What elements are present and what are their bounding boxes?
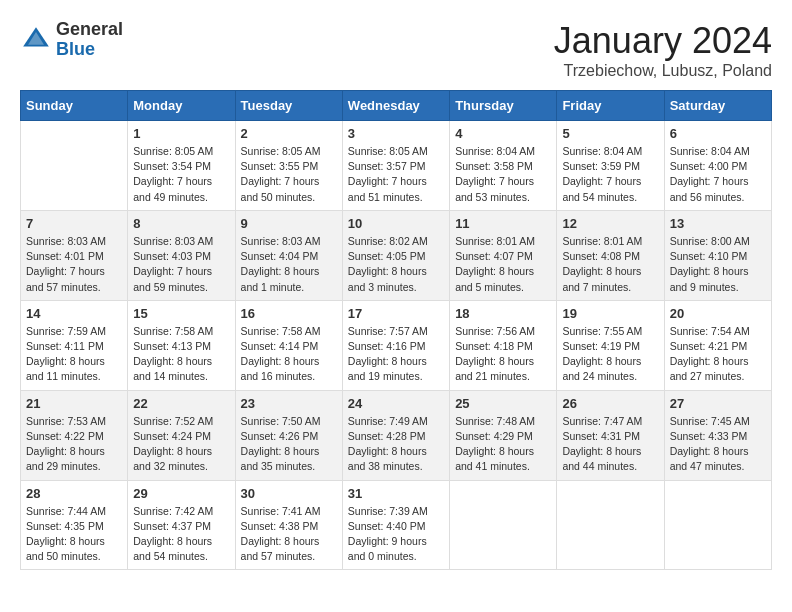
- calendar-cell: 18Sunrise: 7:56 AMSunset: 4:18 PMDayligh…: [450, 300, 557, 390]
- calendar-week-row: 21Sunrise: 7:53 AMSunset: 4:22 PMDayligh…: [21, 390, 772, 480]
- day-number: 29: [133, 486, 229, 501]
- day-number: 2: [241, 126, 337, 141]
- calendar-cell: 12Sunrise: 8:01 AMSunset: 4:08 PMDayligh…: [557, 210, 664, 300]
- calendar-cell: 27Sunrise: 7:45 AMSunset: 4:33 PMDayligh…: [664, 390, 771, 480]
- day-info: Sunrise: 8:05 AMSunset: 3:57 PMDaylight:…: [348, 144, 444, 205]
- calendar-cell: 21Sunrise: 7:53 AMSunset: 4:22 PMDayligh…: [21, 390, 128, 480]
- logo-general-text: General: [56, 20, 123, 40]
- day-info: Sunrise: 7:47 AMSunset: 4:31 PMDaylight:…: [562, 414, 658, 475]
- day-info: Sunrise: 7:45 AMSunset: 4:33 PMDaylight:…: [670, 414, 766, 475]
- calendar-table: SundayMondayTuesdayWednesdayThursdayFrid…: [20, 90, 772, 570]
- day-number: 22: [133, 396, 229, 411]
- day-info: Sunrise: 7:39 AMSunset: 4:40 PMDaylight:…: [348, 504, 444, 565]
- day-info: Sunrise: 7:57 AMSunset: 4:16 PMDaylight:…: [348, 324, 444, 385]
- day-info: Sunrise: 7:44 AMSunset: 4:35 PMDaylight:…: [26, 504, 122, 565]
- logo-icon: [20, 24, 52, 56]
- day-number: 6: [670, 126, 766, 141]
- day-info: Sunrise: 7:48 AMSunset: 4:29 PMDaylight:…: [455, 414, 551, 475]
- day-number: 18: [455, 306, 551, 321]
- day-info: Sunrise: 7:49 AMSunset: 4:28 PMDaylight:…: [348, 414, 444, 475]
- col-header-thursday: Thursday: [450, 91, 557, 121]
- calendar-cell: [557, 480, 664, 570]
- day-number: 13: [670, 216, 766, 231]
- day-number: 26: [562, 396, 658, 411]
- calendar-cell: 31Sunrise: 7:39 AMSunset: 4:40 PMDayligh…: [342, 480, 449, 570]
- day-info: Sunrise: 7:56 AMSunset: 4:18 PMDaylight:…: [455, 324, 551, 385]
- day-number: 5: [562, 126, 658, 141]
- day-info: Sunrise: 7:58 AMSunset: 4:13 PMDaylight:…: [133, 324, 229, 385]
- calendar-cell: 26Sunrise: 7:47 AMSunset: 4:31 PMDayligh…: [557, 390, 664, 480]
- day-info: Sunrise: 7:41 AMSunset: 4:38 PMDaylight:…: [241, 504, 337, 565]
- day-info: Sunrise: 8:03 AMSunset: 4:04 PMDaylight:…: [241, 234, 337, 295]
- day-info: Sunrise: 8:01 AMSunset: 4:08 PMDaylight:…: [562, 234, 658, 295]
- day-info: Sunrise: 8:05 AMSunset: 3:55 PMDaylight:…: [241, 144, 337, 205]
- day-info: Sunrise: 8:05 AMSunset: 3:54 PMDaylight:…: [133, 144, 229, 205]
- calendar-cell: 7Sunrise: 8:03 AMSunset: 4:01 PMDaylight…: [21, 210, 128, 300]
- day-number: 19: [562, 306, 658, 321]
- calendar-cell: 24Sunrise: 7:49 AMSunset: 4:28 PMDayligh…: [342, 390, 449, 480]
- month-title: January 2024: [554, 20, 772, 62]
- calendar-cell: [21, 121, 128, 211]
- day-number: 20: [670, 306, 766, 321]
- day-number: 31: [348, 486, 444, 501]
- logo: General Blue: [20, 20, 123, 60]
- col-header-saturday: Saturday: [664, 91, 771, 121]
- calendar-cell: 16Sunrise: 7:58 AMSunset: 4:14 PMDayligh…: [235, 300, 342, 390]
- day-info: Sunrise: 7:42 AMSunset: 4:37 PMDaylight:…: [133, 504, 229, 565]
- day-number: 25: [455, 396, 551, 411]
- calendar-cell: [450, 480, 557, 570]
- day-number: 11: [455, 216, 551, 231]
- day-info: Sunrise: 7:55 AMSunset: 4:19 PMDaylight:…: [562, 324, 658, 385]
- calendar-cell: 6Sunrise: 8:04 AMSunset: 4:00 PMDaylight…: [664, 121, 771, 211]
- day-info: Sunrise: 7:50 AMSunset: 4:26 PMDaylight:…: [241, 414, 337, 475]
- day-info: Sunrise: 8:01 AMSunset: 4:07 PMDaylight:…: [455, 234, 551, 295]
- calendar-week-row: 14Sunrise: 7:59 AMSunset: 4:11 PMDayligh…: [21, 300, 772, 390]
- calendar-cell: 22Sunrise: 7:52 AMSunset: 4:24 PMDayligh…: [128, 390, 235, 480]
- calendar-cell: 28Sunrise: 7:44 AMSunset: 4:35 PMDayligh…: [21, 480, 128, 570]
- day-number: 4: [455, 126, 551, 141]
- calendar-week-row: 7Sunrise: 8:03 AMSunset: 4:01 PMDaylight…: [21, 210, 772, 300]
- calendar-cell: 23Sunrise: 7:50 AMSunset: 4:26 PMDayligh…: [235, 390, 342, 480]
- calendar-week-row: 28Sunrise: 7:44 AMSunset: 4:35 PMDayligh…: [21, 480, 772, 570]
- calendar-cell: 11Sunrise: 8:01 AMSunset: 4:07 PMDayligh…: [450, 210, 557, 300]
- day-number: 21: [26, 396, 122, 411]
- calendar-cell: 20Sunrise: 7:54 AMSunset: 4:21 PMDayligh…: [664, 300, 771, 390]
- calendar-cell: 14Sunrise: 7:59 AMSunset: 4:11 PMDayligh…: [21, 300, 128, 390]
- day-info: Sunrise: 7:52 AMSunset: 4:24 PMDaylight:…: [133, 414, 229, 475]
- col-header-wednesday: Wednesday: [342, 91, 449, 121]
- day-number: 1: [133, 126, 229, 141]
- day-number: 17: [348, 306, 444, 321]
- title-block: January 2024 Trzebiechow, Lubusz, Poland: [554, 20, 772, 80]
- calendar-cell: 8Sunrise: 8:03 AMSunset: 4:03 PMDaylight…: [128, 210, 235, 300]
- logo-blue-text: Blue: [56, 40, 123, 60]
- day-info: Sunrise: 7:54 AMSunset: 4:21 PMDaylight:…: [670, 324, 766, 385]
- calendar-cell: 30Sunrise: 7:41 AMSunset: 4:38 PMDayligh…: [235, 480, 342, 570]
- calendar-cell: 9Sunrise: 8:03 AMSunset: 4:04 PMDaylight…: [235, 210, 342, 300]
- day-info: Sunrise: 8:04 AMSunset: 3:59 PMDaylight:…: [562, 144, 658, 205]
- day-info: Sunrise: 7:59 AMSunset: 4:11 PMDaylight:…: [26, 324, 122, 385]
- day-number: 12: [562, 216, 658, 231]
- day-info: Sunrise: 8:03 AMSunset: 4:01 PMDaylight:…: [26, 234, 122, 295]
- calendar-cell: 25Sunrise: 7:48 AMSunset: 4:29 PMDayligh…: [450, 390, 557, 480]
- day-info: Sunrise: 8:03 AMSunset: 4:03 PMDaylight:…: [133, 234, 229, 295]
- col-header-sunday: Sunday: [21, 91, 128, 121]
- logo-text: General Blue: [56, 20, 123, 60]
- day-number: 24: [348, 396, 444, 411]
- calendar-cell: 29Sunrise: 7:42 AMSunset: 4:37 PMDayligh…: [128, 480, 235, 570]
- calendar-week-row: 1Sunrise: 8:05 AMSunset: 3:54 PMDaylight…: [21, 121, 772, 211]
- col-header-tuesday: Tuesday: [235, 91, 342, 121]
- day-number: 27: [670, 396, 766, 411]
- calendar-cell: 5Sunrise: 8:04 AMSunset: 3:59 PMDaylight…: [557, 121, 664, 211]
- day-number: 7: [26, 216, 122, 231]
- day-info: Sunrise: 8:02 AMSunset: 4:05 PMDaylight:…: [348, 234, 444, 295]
- page-header: General Blue January 2024 Trzebiechow, L…: [20, 20, 772, 80]
- day-info: Sunrise: 7:58 AMSunset: 4:14 PMDaylight:…: [241, 324, 337, 385]
- day-info: Sunrise: 8:04 AMSunset: 4:00 PMDaylight:…: [670, 144, 766, 205]
- day-number: 30: [241, 486, 337, 501]
- day-number: 28: [26, 486, 122, 501]
- location-title: Trzebiechow, Lubusz, Poland: [554, 62, 772, 80]
- calendar-cell: 17Sunrise: 7:57 AMSunset: 4:16 PMDayligh…: [342, 300, 449, 390]
- day-number: 10: [348, 216, 444, 231]
- day-info: Sunrise: 7:53 AMSunset: 4:22 PMDaylight:…: [26, 414, 122, 475]
- day-number: 15: [133, 306, 229, 321]
